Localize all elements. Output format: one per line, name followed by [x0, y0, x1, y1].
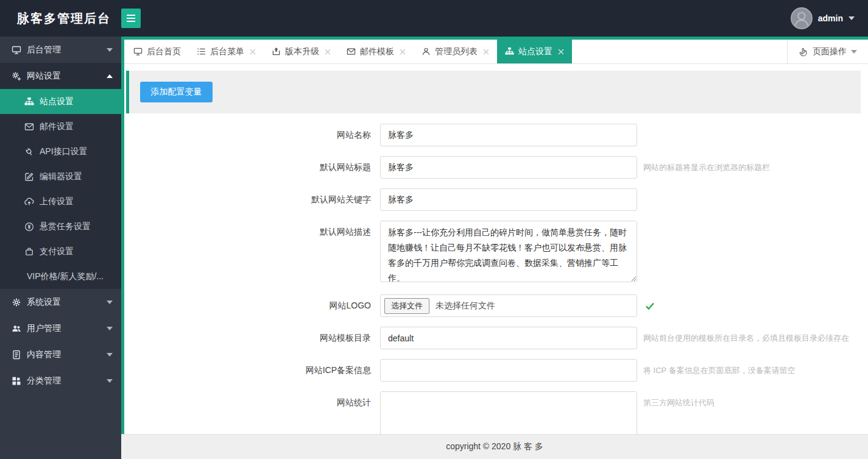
chevron-down-icon [849, 16, 855, 20]
tab-version-upgrade[interactable]: 版本升级 [264, 40, 339, 63]
sidebar-item-upload-settings[interactable]: 上传设置 [0, 189, 121, 214]
add-config-variable-button[interactable]: 添加配置变量 [140, 82, 213, 102]
close-icon[interactable] [325, 49, 331, 55]
field-label: 网站LOGO [124, 294, 371, 317]
form-row-site-name: 网站名称 [124, 124, 868, 146]
chevron-down-icon [851, 50, 857, 54]
sidebar-item-label: 编辑器设置 [40, 171, 82, 182]
choose-file-button[interactable]: 选择文件 [384, 298, 429, 314]
form-row-template-dir: 网站模板目录 网站前台使用的模板所在目录名，必填且模板目录必须存在 [124, 327, 868, 349]
tab-bar: 后台首页 后台菜单 [124, 40, 868, 64]
site-title-input[interactable] [380, 156, 637, 179]
chevron-down-icon [107, 379, 113, 383]
form-row-icp: 网站ICP备案信息 将 ICP 备案信息在页面底部，没备案请留空 [124, 359, 868, 382]
chevron-up-icon [107, 74, 113, 78]
sidebar-item-label: 悬赏任务设置 [40, 221, 91, 232]
form-row-site-keywords: 默认网站关键字 [124, 188, 868, 211]
sidebar-item-vip-settings[interactable]: VIP价格/新人奖励/... [0, 264, 121, 289]
top-header: 脉客多管理后台 admin [0, 0, 868, 37]
sidebar-item-email-settings[interactable]: 邮件设置 [0, 114, 121, 139]
grid-icon [12, 376, 21, 386]
avatar [791, 7, 813, 29]
template-dir-input[interactable] [380, 327, 637, 349]
icp-input[interactable] [380, 359, 637, 382]
tab-admin-list[interactable]: 管理员列表 [414, 40, 497, 63]
person-silhouette-icon [792, 8, 811, 29]
sidebar-group-label: 网站设置 [27, 71, 107, 82]
field-label: 网站ICP备案信息 [124, 359, 371, 382]
user-icon [422, 47, 431, 56]
sidebar-group-system[interactable]: 系统设置 [0, 289, 121, 315]
tab-label: 后台首页 [147, 46, 181, 57]
field-hint: 第三方网站统计代码 [643, 391, 715, 414]
close-icon[interactable] [483, 49, 489, 55]
sidebar-group-site-settings[interactable]: 网站设置 [0, 63, 121, 89]
sidebar-item-label: 支付设置 [40, 246, 74, 257]
site-keywords-input[interactable] [380, 188, 637, 211]
close-icon[interactable] [558, 49, 564, 55]
main-area: 后台首页 后台菜单 [121, 37, 868, 459]
site-stats-textarea[interactable] [380, 391, 637, 434]
sidebar-group-users[interactable]: 用户管理 [0, 315, 121, 341]
tab-admin-menu[interactable]: 后台菜单 [189, 40, 264, 63]
document-icon [12, 350, 21, 360]
sidebar-item-payment-settings[interactable]: 支付设置 [0, 239, 121, 264]
user-menu[interactable]: admin [791, 7, 855, 29]
upload-icon [272, 47, 281, 56]
gears-icon [12, 71, 21, 81]
tab-email-template[interactable]: 邮件模板 [339, 40, 414, 63]
hand-pointer-icon [799, 47, 808, 57]
page-actions-dropdown[interactable]: 页面操作 [787, 40, 868, 63]
close-icon[interactable] [250, 49, 256, 55]
sitemap-icon [24, 97, 34, 107]
tab-label: 邮件模板 [360, 46, 394, 57]
site-description-textarea[interactable]: 脉客多---让你充分利用自己的碎片时间，做简单悬赏任务，随时随地赚钱！让自己每月… [380, 221, 637, 282]
tab-site-settings[interactable]: 站点设置 [497, 40, 572, 63]
logo-file-input[interactable]: 选择文件 未选择任何文件 [380, 294, 637, 317]
copyright-text: copyright © 2020 脉 客 多 [446, 441, 543, 452]
footer: copyright © 2020 脉 客 多 [121, 434, 868, 459]
sidebar-group-admin[interactable]: 后台管理 [0, 37, 121, 63]
bag-icon [24, 247, 34, 257]
sidebar-item-label: 邮件设置 [40, 121, 74, 132]
plug-icon [24, 147, 34, 157]
sidebar-group-label: 后台管理 [27, 44, 107, 55]
sidebar-item-task-settings[interactable]: 悬赏任务设置 [0, 214, 121, 239]
field-label: 网站名称 [124, 124, 371, 146]
field-hint: 网站前台使用的模板所在目录名，必填且模板目录必须存在 [643, 327, 849, 349]
sidebar-toggle-button[interactable] [121, 9, 141, 28]
tab-label: 管理员列表 [435, 46, 478, 57]
sidebar-group-categories[interactable]: 分类管理 [0, 368, 121, 394]
form-row-site-title: 默认网站标题 网站的标题将显示在浏览器的标题栏 [124, 156, 868, 179]
sidebar-item-site-config[interactable]: 站点设置 [0, 89, 121, 114]
site-name-input[interactable] [380, 124, 637, 146]
gear-icon [12, 297, 21, 307]
envelope-icon [347, 47, 356, 56]
field-hint: 网站的标题将显示在浏览器的标题栏 [643, 156, 770, 179]
field-label: 网站统计 [124, 391, 371, 414]
hamburger-icon [126, 14, 136, 23]
sidebar-item-label: VIP价格/新人奖励/... [27, 271, 104, 282]
sidebar-group-label: 用户管理 [27, 323, 107, 334]
sidebar-item-label: 站点设置 [40, 96, 74, 107]
content-panel: 添加配置变量 网站名称 默认网站标题 [124, 64, 868, 434]
yen-icon [24, 222, 34, 232]
chevron-down-icon [107, 327, 113, 330]
field-label: 网站模板目录 [124, 327, 371, 349]
app-window: 脉客多管理后台 admin 后台管理 [0, 0, 868, 459]
close-icon[interactable] [400, 49, 406, 55]
page-actions-label: 页面操作 [813, 46, 847, 57]
chevron-down-icon [107, 48, 113, 52]
no-file-text: 未选择任何文件 [436, 301, 495, 311]
sidebar-item-editor-settings[interactable]: 编辑器设置 [0, 164, 121, 189]
sidebar-item-api-settings[interactable]: API接口设置 [0, 139, 121, 164]
envelope-icon [24, 122, 34, 132]
field-label: 默认网站标题 [124, 156, 371, 179]
cloud-upload-icon [24, 197, 34, 207]
sidebar-group-content[interactable]: 内容管理 [0, 341, 121, 368]
monitor-icon [133, 47, 143, 56]
site-settings-form: 网站名称 默认网站标题 网站的标题将显示在浏览器的标题栏 [124, 124, 868, 434]
sidebar-item-label: API接口设置 [40, 146, 88, 157]
tab-label: 版本升级 [285, 46, 319, 57]
tab-home[interactable]: 后台首页 [125, 40, 189, 63]
